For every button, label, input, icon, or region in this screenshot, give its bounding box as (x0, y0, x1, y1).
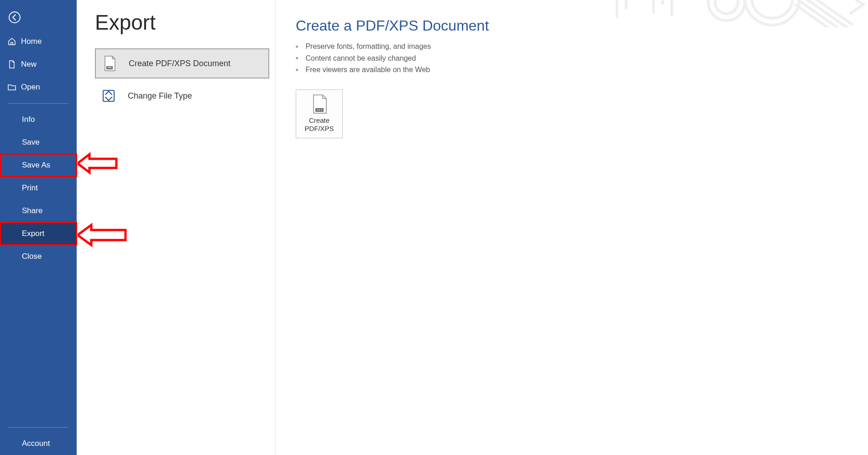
svg-point-14 (752, 0, 793, 18)
sidebar-item-label: Close (22, 252, 42, 261)
sidebar-item-label: Open (21, 83, 40, 92)
bullet-item: Free viewers are available on the Web (296, 64, 868, 76)
svg-point-2 (108, 67, 109, 68)
svg-point-22 (321, 110, 322, 111)
sidebar-item-print[interactable]: Print (0, 177, 77, 199)
svg-point-0 (9, 12, 20, 23)
sidebar-item-export[interactable]: Export (0, 222, 77, 245)
nav-divider (8, 103, 68, 104)
create-pdf-xps-icon (312, 94, 327, 114)
sidebar-item-open[interactable]: Open (0, 76, 77, 99)
export-option-label: Change File Type (128, 91, 192, 101)
export-options-panel: Export Create PDF/XPS Document Change Fi… (77, 0, 276, 455)
svg-point-21 (319, 110, 320, 111)
sidebar-item-new[interactable]: New (0, 53, 77, 76)
content-panel: Create a PDF/XPS Document Preserve fonts… (276, 0, 868, 455)
svg-point-12 (715, 0, 738, 14)
nav-spacer (0, 268, 77, 423)
sidebar-item-label: Print (22, 183, 38, 193)
bullet-item: Preserve fonts, formatting, and images (296, 41, 868, 52)
nav-divider (8, 427, 68, 428)
sidebar-item-home[interactable]: Home (0, 30, 77, 53)
sidebar-item-label: New (21, 60, 37, 69)
sidebar-item-label: Export (22, 229, 44, 238)
sidebar-item-label: Share (22, 206, 42, 215)
sidebar-item-save-as[interactable]: Save As (0, 154, 77, 177)
feature-bullet-list: Preserve fonts, formatting, and images C… (296, 41, 868, 76)
sidebar-item-info[interactable]: Info (0, 108, 77, 131)
export-option-create-pdf-xps[interactable]: Create PDF/XPS Document (95, 48, 269, 78)
export-option-label: Create PDF/XPS Document (129, 59, 230, 68)
new-icon (7, 60, 16, 69)
open-folder-icon (7, 83, 16, 92)
sidebar: Home New Open Info Save Save As Print Sh… (0, 0, 77, 455)
sidebar-item-account[interactable]: Account (0, 432, 77, 455)
sidebar-item-label: Save As (22, 161, 50, 170)
back-button[interactable] (5, 8, 24, 26)
sidebar-item-share[interactable]: Share (0, 199, 77, 222)
svg-point-3 (109, 67, 110, 68)
svg-point-4 (110, 67, 111, 68)
export-option-change-file-type[interactable]: Change File Type (95, 81, 269, 111)
sidebar-item-close[interactable]: Close (0, 245, 77, 268)
sidebar-item-label: Save (22, 138, 40, 147)
sidebar-item-save[interactable]: Save (0, 131, 77, 154)
svg-point-20 (317, 110, 318, 111)
bullet-item: Content cannot be easily changed (296, 52, 868, 64)
sidebar-item-label: Info (22, 115, 35, 124)
home-icon (7, 37, 16, 46)
content-heading: Create a PDF/XPS Document (296, 17, 868, 34)
sidebar-item-label: Account (22, 439, 50, 448)
sidebar-item-label: Home (21, 37, 42, 46)
pdf-document-icon (100, 54, 119, 73)
svg-rect-5 (103, 90, 114, 101)
create-button-label: CreatePDF/XPS (304, 116, 334, 133)
back-arrow-icon (8, 11, 21, 24)
change-file-type-icon (99, 87, 118, 105)
page-title: Export (95, 10, 275, 35)
create-pdf-xps-button[interactable]: CreatePDF/XPS (296, 89, 343, 138)
